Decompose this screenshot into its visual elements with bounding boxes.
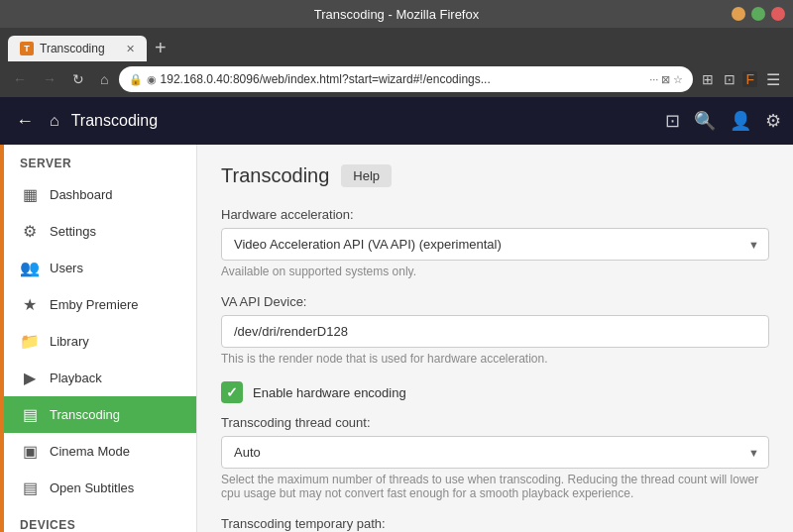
- dashboard-icon: ▦: [20, 185, 40, 204]
- sidebar-label-emby: Emby Premiere: [50, 297, 139, 312]
- hw-accel-hint: Available on supported systems only.: [221, 265, 769, 278]
- temp-path-label: Transcoding temporary path:: [221, 516, 769, 531]
- address-extra-icons: ··· ⊠ ☆: [649, 73, 683, 86]
- reload-btn[interactable]: ↻: [67, 69, 89, 89]
- toolbar-icon-3[interactable]: F: [742, 71, 757, 87]
- star-icon: ★: [20, 295, 40, 314]
- window-close[interactable]: [771, 7, 785, 21]
- hw-encoding-label: Enable hardware encoding: [253, 385, 406, 400]
- browser-menu-btn[interactable]: ☰: [761, 68, 785, 91]
- window-maximize[interactable]: [751, 7, 765, 21]
- forward-btn[interactable]: →: [38, 69, 61, 89]
- temp-path-group: Transcoding temporary path:: [221, 516, 769, 531]
- settings-icon[interactable]: ⚙: [765, 110, 781, 132]
- library-icon: 📁: [20, 332, 40, 351]
- window-minimize[interactable]: [732, 7, 745, 21]
- sidebar-item-library[interactable]: 📁 Library: [4, 323, 196, 360]
- app-body: Server ▦ Dashboard ⚙ Settings 👥 Users ★ …: [0, 145, 793, 532]
- home-btn[interactable]: ⌂: [95, 69, 113, 89]
- sidebar-label-transcoding: Transcoding: [50, 407, 120, 422]
- hw-accel-label: Hardware acceleration:: [221, 207, 769, 222]
- sidebar-label-subtitles: Open Subtitles: [50, 480, 134, 495]
- va-api-group: VA API Device: This is the render node t…: [221, 294, 769, 366]
- browser-title: Transcoding - Mozilla Firefox: [314, 7, 479, 22]
- toolbar-icon-2[interactable]: ⊡: [721, 71, 738, 87]
- page-title: Transcoding: [221, 164, 329, 187]
- address-text: 192.168.0.40:8096/web/index.html?start=w…: [161, 72, 646, 86]
- tab-label: Transcoding: [40, 42, 105, 55]
- help-button[interactable]: Help: [341, 164, 392, 187]
- hw-accel-group: Hardware acceleration: Video Acceleratio…: [221, 207, 769, 278]
- sidebar-item-users[interactable]: 👥 Users: [4, 250, 196, 286]
- thread-count-select[interactable]: Auto: [221, 436, 769, 469]
- user-icon[interactable]: 👤: [730, 110, 751, 132]
- toolbar-icon-1[interactable]: ⊞: [699, 71, 717, 87]
- back-btn[interactable]: ←: [8, 69, 32, 89]
- search-icon[interactable]: 🔍: [694, 110, 716, 132]
- sidebar-label-cinema: Cinema Mode: [50, 444, 130, 459]
- thread-count-select-wrapper: Auto: [221, 436, 769, 469]
- thread-count-group: Transcoding thread count: Auto Select th…: [221, 415, 769, 500]
- sidebar: Server ▦ Dashboard ⚙ Settings 👥 Users ★ …: [4, 145, 197, 532]
- sidebar-item-transcoding[interactable]: ▤ Transcoding: [4, 396, 196, 433]
- sidebar-item-emby-premiere[interactable]: ★ Emby Premiere: [4, 286, 196, 323]
- playback-icon: ▶: [20, 369, 40, 387]
- toolbar-icons: ⊞ ⊡ F ☰: [699, 68, 785, 91]
- tab-favicon-letter: T: [24, 44, 30, 53]
- app-home-btn[interactable]: ⌂: [50, 112, 59, 130]
- address-security-icons: 🔒 ◉: [129, 73, 156, 86]
- main-content: Transcoding Help Hardware acceleration: …: [197, 145, 793, 532]
- sidebar-devices-label: Devices: [4, 506, 196, 532]
- window-controls: [732, 7, 785, 21]
- sidebar-item-dashboard[interactable]: ▦ Dashboard: [4, 176, 196, 213]
- tab-close-btn[interactable]: ✕: [126, 43, 135, 55]
- sidebar-server-label: Server: [4, 145, 196, 176]
- sidebar-label-users: Users: [50, 261, 83, 275]
- settings-sidebar-icon: ⚙: [20, 222, 40, 241]
- sidebar-item-settings[interactable]: ⚙ Settings: [4, 213, 196, 250]
- sidebar-item-cinema-mode[interactable]: ▣ Cinema Mode: [4, 433, 196, 470]
- page-header: Transcoding Help: [221, 164, 769, 187]
- browser-tab-active[interactable]: T Transcoding ✕: [8, 36, 147, 61]
- browser-titlebar: Transcoding - Mozilla Firefox: [0, 0, 793, 28]
- app-back-btn[interactable]: ←: [12, 107, 38, 136]
- thread-count-label: Transcoding thread count:: [221, 415, 769, 430]
- sidebar-label-settings: Settings: [50, 224, 96, 239]
- sidebar-label-playback: Playback: [50, 371, 102, 385]
- browser-tabbar: T Transcoding ✕ +: [0, 28, 793, 61]
- cinema-icon: ▣: [20, 442, 40, 461]
- browser-addressbar: ← → ↻ ⌂ 🔒 ◉ 192.168.0.40:8096/web/index.…: [0, 61, 793, 97]
- va-api-hint: This is the render node that is used for…: [221, 352, 769, 366]
- address-bar[interactable]: 🔒 ◉ 192.168.0.40:8096/web/index.html?sta…: [119, 66, 693, 92]
- new-tab-btn[interactable]: +: [147, 38, 174, 57]
- thread-count-hint: Select the maximum number of threads to …: [221, 473, 769, 500]
- va-api-input[interactable]: [221, 315, 769, 348]
- subtitles-icon: ▤: [20, 479, 40, 497]
- sidebar-item-open-subtitles[interactable]: ▤ Open Subtitles: [4, 470, 196, 506]
- hw-accel-select[interactable]: Video Acceleration API (VA API) (experim…: [221, 228, 769, 261]
- tab-favicon: T: [20, 42, 34, 55]
- sidebar-item-playback[interactable]: ▶ Playback: [4, 360, 196, 396]
- transcoding-icon: ▤: [20, 405, 40, 424]
- sidebar-label-library: Library: [50, 334, 89, 349]
- va-api-label: VA API Device:: [221, 294, 769, 309]
- app-header: ← ⌂ Transcoding ⊡ 🔍 👤 ⚙: [0, 97, 793, 145]
- app-header-title: Transcoding: [71, 112, 653, 130]
- sidebar-label-dashboard: Dashboard: [50, 187, 113, 202]
- hw-encoding-checkbox[interactable]: [221, 381, 243, 403]
- users-icon: 👥: [20, 259, 40, 277]
- header-actions: ⊡ 🔍 👤 ⚙: [665, 110, 781, 132]
- cast-icon[interactable]: ⊡: [665, 110, 680, 132]
- hw-encoding-group[interactable]: Enable hardware encoding: [221, 381, 769, 403]
- hw-accel-select-wrapper: Video Acceleration API (VA API) (experim…: [221, 228, 769, 261]
